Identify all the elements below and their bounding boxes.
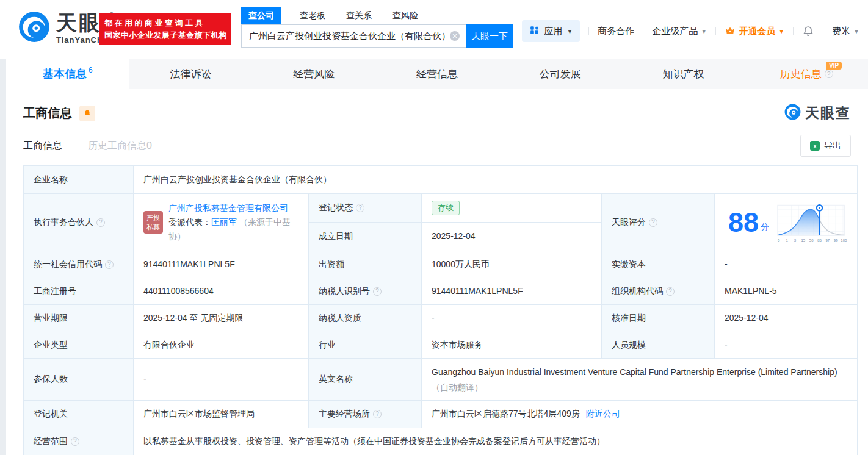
auto-translate-note: （自动翻译）	[432, 382, 483, 392]
tab-basic-info[interactable]: 基本信息 6	[6, 59, 129, 89]
tab-history-info[interactable]: VIP 历史信息 ?	[745, 59, 868, 89]
search-button[interactable]: 天眼一下	[466, 24, 513, 48]
score-unit: 分	[761, 221, 769, 234]
enterprise-products-menu[interactable]: 企业级产品 ▼	[652, 26, 707, 37]
svg-text:85: 85	[817, 238, 822, 242]
registry-authority-label: 登记机关	[24, 401, 134, 428]
tianyancha-watermark-icon	[784, 104, 801, 123]
score-number: 88	[728, 209, 759, 236]
chevron-down-icon: ▼	[566, 28, 573, 35]
subtab-business-info-label: 工商信息	[23, 140, 62, 151]
subtab-business-info[interactable]: 工商信息	[23, 140, 62, 152]
search-tab-company[interactable]: 查公司	[241, 7, 281, 24]
tab-operational-risk[interactable]: 经营风险	[252, 59, 375, 89]
paid-capital-label: 实缴资本	[602, 251, 715, 278]
help-icon[interactable]: ?	[373, 410, 382, 418]
clear-search-icon[interactable]: ✕	[450, 31, 460, 41]
help-icon[interactable]: ?	[825, 70, 833, 78]
tab-company-development[interactable]: 公司发展	[499, 59, 622, 89]
subtab-history-count: 0	[146, 140, 152, 151]
tab-intellectual-property[interactable]: 知识产权	[622, 59, 745, 89]
insured-count-value: -	[134, 359, 309, 401]
executive-partner-value: 产投 私募 广州产投私募基金管理有限公司 委派代表：匡丽军 （来源于中基协）	[134, 194, 309, 251]
tianyancha-logo-icon	[18, 11, 50, 45]
search-area: 查公司 查老板 查关系 查风险 ✕ 天眼一下	[241, 7, 513, 48]
industry-value: 资本市场服务	[422, 332, 602, 359]
tab-basic-info-label: 基本信息	[43, 66, 87, 81]
search-tab-risk[interactable]: 查风险	[385, 7, 425, 24]
nearby-companies-link[interactable]: 附近公司	[586, 407, 620, 421]
staff-size-value: -	[715, 332, 858, 359]
registry-authority-value: 广州市白云区市场监督管理局	[134, 401, 309, 428]
search-tabs: 查公司 查老板 查关系 查风险	[241, 7, 513, 24]
chevron-down-icon: ▼	[853, 28, 859, 35]
business-term-label: 营业期限	[24, 305, 134, 332]
help-icon[interactable]: ?	[96, 218, 105, 227]
tianyan-score-label: 天眼评分?	[602, 194, 715, 251]
english-name-value: Guangzhou Baiyun Industrial Investment V…	[422, 359, 858, 401]
tianyan-score-value: 88 分	[715, 194, 858, 251]
enterprise-products-label: 企业级产品	[652, 26, 698, 37]
export-button[interactable]: x 导出	[800, 135, 851, 157]
brand-slogan-banner: 都在用的商业查询工具 国家中小企业发展子基金旗下机构	[99, 13, 231, 45]
taxpayer-quality-value: -	[422, 305, 602, 332]
help-icon[interactable]: ?	[356, 204, 364, 212]
user-account-menu[interactable]: 费米 ▼	[832, 26, 859, 37]
svg-text:0: 0	[778, 238, 780, 242]
svg-text:50: 50	[809, 238, 814, 242]
established-date-value: 2025-12-04	[422, 223, 602, 251]
open-vip-label: 开通会员	[739, 26, 775, 37]
svg-text:3: 3	[794, 238, 797, 242]
divider	[643, 27, 643, 35]
section-title: 工商信息	[23, 105, 72, 121]
tab-legal-proceedings[interactable]: 法律诉讼	[129, 59, 253, 89]
approval-date-label: 核准日期	[602, 305, 715, 332]
capital-label: 出资额	[309, 251, 422, 278]
tab-business-info[interactable]: 经营信息	[375, 59, 499, 89]
help-icon[interactable]: ?	[71, 437, 79, 446]
partner-company-link[interactable]: 广州产投私募基金管理有限公司	[168, 203, 288, 213]
company-type-value: 有限合伙企业	[134, 332, 309, 359]
apps-menu[interactable]: 应用 ▼	[522, 20, 580, 42]
business-info-table: 企业名称 广州白云产投创业投资基金合伙企业（有限合伙） 执行事务合伙人? 产投 …	[23, 165, 858, 455]
subtab-history-business-info[interactable]: 历史工商信息0	[88, 140, 152, 152]
status-badge: 存续	[432, 201, 460, 215]
business-term-value: 2025-12-04 至 无固定期限	[134, 305, 309, 332]
tab-history-info-label: 历史信息	[780, 67, 822, 81]
username: 费米	[832, 26, 850, 37]
registration-status-value: 存续	[422, 194, 602, 223]
apps-grid-icon	[529, 25, 540, 37]
tianyancha-watermark: 天眼查	[784, 104, 851, 123]
search-input[interactable]	[241, 24, 466, 48]
taxpayer-quality-label: 纳税人资质	[309, 305, 422, 332]
company-type-label: 企业类型	[24, 332, 134, 359]
credit-code-label: 统一社会信用代码?	[24, 251, 134, 278]
score-distribution-chart: 0 1 3 15 50 85 97 99 100	[776, 200, 847, 245]
company-name-value: 广州白云产投创业投资基金合伙企业（有限合伙）	[134, 166, 858, 194]
help-icon[interactable]: ?	[666, 287, 675, 296]
company-nav-tabs: 基本信息 6 法律诉讼 经营风险 经营信息 公司发展 知识产权 VIP 历史信息…	[6, 59, 868, 89]
help-icon[interactable]: ?	[373, 287, 382, 296]
private-fund-badge: 产投 私募	[143, 211, 163, 234]
delegate-name-link[interactable]: 匡丽军	[211, 217, 237, 227]
registration-number-value: 440111008566604	[134, 278, 309, 305]
monitor-bell-icon[interactable]	[79, 106, 95, 121]
premises-value: 广州市白云区启德路77号北塔4层409房 附近公司	[422, 401, 858, 428]
watermark-text: 天眼查	[805, 104, 851, 123]
crown-icon	[725, 25, 736, 38]
help-icon[interactable]: ?	[105, 260, 114, 269]
top-header: 天眼查 TianYanCha.com 都在用的商业查询工具 国家中小企业发展子基…	[0, 0, 868, 59]
excel-icon: x	[810, 141, 820, 151]
search-tab-relation[interactable]: 查关系	[339, 7, 379, 24]
search-tab-boss[interactable]: 查老板	[292, 7, 333, 24]
capital-value: 10000万人民币	[422, 251, 602, 278]
notification-bell-icon[interactable]	[802, 25, 814, 37]
business-cooperation-link[interactable]: 商务合作	[598, 26, 634, 37]
help-icon[interactable]: ?	[649, 218, 657, 227]
org-code-label: 组织机构代码?	[602, 278, 715, 305]
open-vip-menu[interactable]: 开通会员 ▼	[725, 25, 784, 38]
chevron-down-icon: ▼	[701, 28, 707, 35]
svg-text:99: 99	[834, 238, 838, 242]
divider	[823, 27, 823, 35]
svg-text:97: 97	[826, 238, 830, 242]
